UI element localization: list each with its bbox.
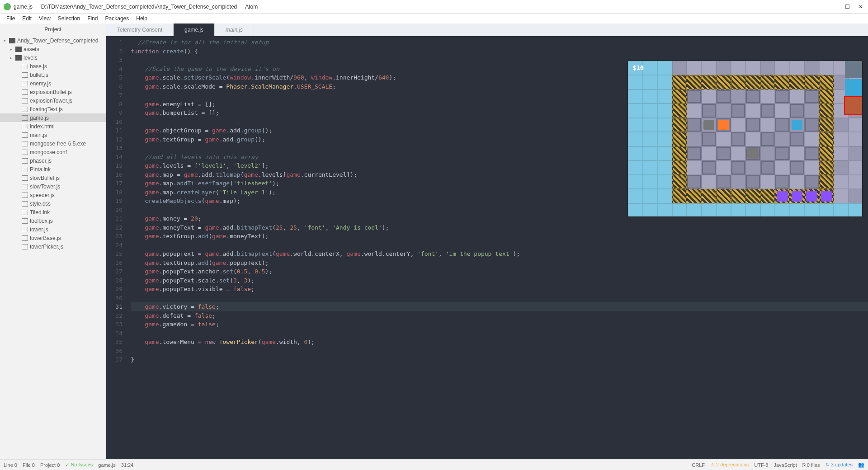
tower-option-3[interactable] [845, 97, 862, 114]
tower-option-2[interactable] [845, 79, 862, 96]
file-tower-js[interactable]: tower.js [0, 225, 106, 234]
folder-andy_tower_defense_completed[interactable]: ▾Andy_Tower_Defense_completed [0, 36, 106, 45]
file-base-js[interactable]: base.js [0, 62, 106, 70]
file-main-js[interactable]: main.js [0, 131, 106, 139]
file-explosiontower-js[interactable]: explosionTower.js [0, 96, 106, 105]
menu-edit[interactable]: Edit [19, 14, 35, 23]
tower-picker-panel [845, 61, 862, 114]
folder-assets[interactable]: ▸assets [0, 45, 106, 53]
file-towerpicker-js[interactable]: towerPicker.js [0, 242, 106, 251]
status-project[interactable]: Project 0 [40, 462, 60, 468]
status-deprecations[interactable]: ⚠ 2 deprecations [710, 462, 749, 468]
file-speeder-js[interactable]: speeder.js [0, 191, 106, 199]
file-phaser-js[interactable]: phaser.js [0, 156, 106, 165]
window-titlebar: game.js — D:\TDMaster\Andy_Tower_Defense… [0, 0, 868, 14]
file-tiled-lnk[interactable]: Tiled.lnk [0, 208, 106, 216]
status-updates[interactable]: ↻ 3 updates [826, 462, 853, 468]
menu-file[interactable]: File [3, 14, 19, 23]
status-cursor[interactable]: 31:24 [121, 462, 134, 468]
folder-levels[interactable]: ▸levels [0, 53, 106, 62]
file-index-html[interactable]: index.html [0, 122, 106, 131]
minimize-button[interactable]: — [831, 4, 836, 10]
file-mongoose-conf[interactable]: mongoose.conf [0, 148, 106, 156]
game-preview-panel: $10 [627, 61, 863, 217]
window-title: game.js — D:\TDMaster\Andy_Tower_Defense… [14, 4, 864, 10]
tower-option-1[interactable] [845, 61, 862, 78]
status-filename[interactable]: game.js [98, 462, 116, 468]
status-language[interactable]: JavaScript [774, 462, 797, 468]
status-file[interactable]: File 0 [23, 462, 35, 468]
file-toolbox-js[interactable]: toolbox.js [0, 216, 106, 225]
tab-game-js[interactable]: game.js [174, 24, 215, 36]
status-line[interactable]: Line 0 [4, 462, 17, 468]
close-button[interactable]: ✕ [858, 4, 863, 10]
file-slowbullet-js[interactable]: slowBullet.js [0, 174, 106, 182]
file-bullet-js[interactable]: bullet.js [0, 70, 106, 79]
status-git-files[interactable]: ⎘ 0 files [802, 462, 820, 468]
file-explosionbullet-js[interactable]: explosionBullet.js [0, 88, 106, 96]
file-floatingtext-js[interactable]: floatingText.js [0, 105, 106, 113]
menu-help[interactable]: Help [132, 14, 151, 23]
file-game-js[interactable]: game.js [0, 113, 106, 122]
status-eol[interactable]: CRLF [692, 462, 705, 468]
game-money-label: $10 [632, 64, 644, 73]
menu-selection[interactable]: Selection [54, 14, 84, 23]
file-slowtower-js[interactable]: slowTower.js [0, 182, 106, 191]
project-sidebar: Project ▾Andy_Tower_Defense_completed▸as… [0, 24, 106, 459]
window-controls: — ☐ ✕ [831, 4, 863, 10]
file-mongoose-free-6-5-exe[interactable]: mongoose-free-6.5.exe [0, 139, 106, 148]
sidebar-header: Project [0, 24, 106, 35]
menu-find[interactable]: Find [84, 14, 101, 23]
line-gutter: 1234567891011121314151617181920212223242… [106, 36, 127, 459]
tab-bar: Telemetry Consentgame.jsmain.js [106, 24, 868, 36]
atom-app-icon [4, 3, 11, 10]
editor-area: Telemetry Consentgame.jsmain.js 12345678… [106, 24, 868, 459]
tab-main-js[interactable]: main.js [215, 24, 254, 36]
file-style-css[interactable]: style.css [0, 199, 106, 208]
menu-view[interactable]: View [35, 14, 54, 23]
file-pinta-lnk[interactable]: Pinta.lnk [0, 165, 106, 174]
maximize-button[interactable]: ☐ [844, 4, 850, 10]
status-notifications-icon[interactable]: 👥 [858, 462, 864, 468]
status-encoding[interactable]: UTF-8 [754, 462, 768, 468]
status-issues[interactable]: ✓ No Issues [65, 462, 93, 468]
main-area: Project ▾Andy_Tower_Defense_completed▸as… [0, 24, 868, 459]
status-bar: Line 0 File 0 Project 0 ✓ No Issues game… [0, 459, 868, 470]
menu-packages[interactable]: Packages [102, 14, 133, 23]
code-editor[interactable]: 1234567891011121314151617181920212223242… [106, 36, 868, 459]
menu-bar: FileEditViewSelectionFindPackagesHelp [0, 14, 868, 24]
file-towerbase-js[interactable]: towerBase.js [0, 234, 106, 242]
file-tree[interactable]: ▾Andy_Tower_Defense_completed▸assets▸lev… [0, 35, 106, 459]
tab-telemetry-consent[interactable]: Telemetry Consent [106, 24, 174, 36]
file-enemy-js[interactable]: enemy.js [0, 79, 106, 88]
